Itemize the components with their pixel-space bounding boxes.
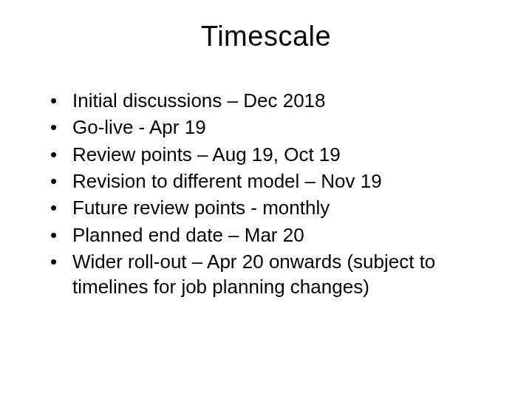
slide-title: Timescale [37, 21, 495, 52]
list-item: Wider roll-out – Apr 20 onwards (subject… [50, 249, 495, 300]
list-item: Revision to different model – Nov 19 [50, 168, 495, 194]
list-item: Review points – Aug 19, Oct 19 [50, 142, 495, 167]
slide: Timescale Initial discussions – Dec 2018… [0, 0, 532, 399]
list-item: Planned end date – Mar 20 [50, 222, 495, 248]
bullet-list: Initial discussions – Dec 2018 Go-live -… [37, 88, 495, 300]
list-item: Future review points - monthly [50, 195, 495, 220]
list-item: Initial discussions – Dec 2018 [50, 88, 495, 113]
list-item: Go-live - Apr 19 [50, 115, 495, 140]
